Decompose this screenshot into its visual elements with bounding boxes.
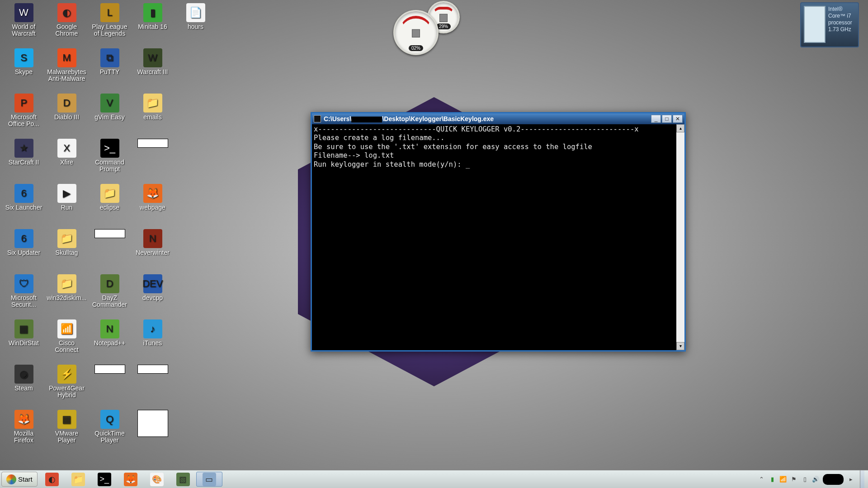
desktop-icon[interactable]: DDayZ Commander: [88, 273, 131, 319]
redacted-username: [351, 117, 382, 122]
icon-label: gVim Easy: [94, 114, 125, 121]
desktop-icon[interactable]: ◐Google Chrome: [45, 2, 88, 47]
desktop-icon[interactable]: 6Six Launcher: [2, 183, 45, 228]
desktop-icon[interactable]: ⧉PuTTY: [88, 47, 131, 93]
wifi-icon[interactable]: 📶: [779, 476, 787, 483]
desktop-icon[interactable]: 📁win32diskim...: [45, 273, 88, 319]
desktop-icon[interactable]: 📁emails: [131, 93, 174, 138]
desktop-icon[interactable]: DDiablo III: [45, 93, 88, 138]
desktop-icon[interactable]: 📄hours: [174, 2, 217, 47]
desktop-icon[interactable]: ▦WinDirStat: [2, 319, 45, 364]
minimize-button[interactable]: _: [651, 115, 661, 123]
scroll-track[interactable]: [676, 132, 684, 342]
app-icon: M: [57, 48, 76, 67]
desktop-icon[interactable]: MMalwarebytes Anti-Malware: [45, 47, 88, 93]
show-desktop-button[interactable]: [860, 470, 864, 488]
icon-label: PuTTY: [100, 69, 120, 75]
taskbar[interactable]: Start ◐📁>_🦊🎨▧▭ ⌃ ▮ 📶 ⚑ ▯ 🔊 ▸: [0, 470, 868, 488]
maximize-button[interactable]: □: [662, 115, 672, 123]
desktop-icon[interactable]: [88, 364, 131, 409]
icon-label: Six Launcher: [5, 204, 42, 211]
chrome-icon: ◐: [45, 473, 59, 486]
network-icon[interactable]: ▯: [801, 476, 808, 483]
taskbar-console-active-button[interactable]: ▭: [196, 472, 222, 487]
taskbar-cmd-button[interactable]: >_: [91, 472, 118, 487]
icon-label: Google Chrome: [47, 23, 87, 38]
perf-gauges-gadget[interactable]: 29% 02%: [393, 1, 463, 60]
desktop-icon[interactable]: 🦊Mozilla Firefox: [2, 409, 45, 454]
desktop-icon[interactable]: WWorld of Warcraft: [2, 2, 45, 47]
desktop-icon[interactable]: 🛡Microsoft Securit...: [2, 273, 45, 319]
desktop-icon[interactable]: 📶Cisco Connect: [45, 319, 88, 364]
taskbar-paint-button[interactable]: 🎨: [144, 472, 170, 487]
desktop-icon[interactable]: ♪iTunes: [131, 319, 174, 364]
desktop-icon[interactable]: NNotepad++: [88, 319, 131, 364]
app-icon: 📁: [143, 94, 162, 113]
icon-label: Neverwinter: [136, 249, 170, 256]
tray-expand-icon[interactable]: ⌃: [758, 476, 765, 483]
redacted-icon: [94, 229, 125, 238]
desktop[interactable]: WWorld of Warcraft◐Google ChromeLPlay Le…: [0, 0, 868, 470]
scroll-up-icon[interactable]: ▴: [676, 124, 684, 132]
taskbar-app-button[interactable]: ▧: [170, 472, 196, 487]
desktop-icon[interactable]: QQuickTime Player: [88, 409, 131, 454]
taskbar-explorer-button[interactable]: 📁: [65, 472, 91, 487]
desktop-icon[interactable]: >_Command Prompt: [88, 138, 131, 183]
volume-icon[interactable]: 🔊: [812, 476, 819, 483]
desktop-icon[interactable]: 📁Skulltag: [45, 228, 88, 273]
scroll-down-icon[interactable]: ▾: [676, 342, 684, 350]
app-icon: ▶: [57, 184, 76, 203]
desktop-icon[interactable]: 📁eclipse: [88, 183, 131, 228]
app-icon: 📶: [57, 319, 76, 338]
console-output[interactable]: x----------------------------QUICK KEYLO…: [312, 124, 676, 350]
desktop-icon[interactable]: ▶Run: [45, 183, 88, 228]
desktop-icon[interactable]: XXfire: [45, 138, 88, 183]
icon-label: Notepad++: [94, 340, 125, 347]
app-icon: L: [100, 3, 119, 22]
desktop-icon[interactable]: [88, 228, 131, 273]
app-icon: ▦: [57, 410, 76, 429]
desktop-icon[interactable]: [131, 409, 174, 454]
desktop-icon[interactable]: ▮Minitab 16: [131, 2, 174, 47]
app-icon: 6: [14, 229, 33, 248]
taskbar-chrome-button[interactable]: ◐: [39, 472, 65, 487]
console-window[interactable]: C:\Users\\Desktop\Keylogger\BasicKeylog.…: [311, 112, 686, 352]
desktop-icon[interactable]: ⚡Power4Gear Hybrid: [45, 364, 88, 409]
action-center-icon[interactable]: ⚑: [790, 476, 797, 483]
console-icon: [314, 115, 321, 122]
clock-redacted[interactable]: [823, 474, 844, 485]
desktop-icon[interactable]: ◉Steam: [2, 364, 45, 409]
cpu-reading: 02%: [409, 45, 423, 51]
start-label: Start: [18, 475, 33, 483]
intel-cpu-gadget[interactable]: Intel® Core™ i7 processor 1.73 GHz: [800, 2, 859, 47]
desktop-icon[interactable]: PMicrosoft Office Po...: [2, 93, 45, 138]
memory-reading: 29%: [436, 23, 451, 29]
start-button[interactable]: Start: [1, 472, 38, 487]
desktop-icon[interactable]: [131, 364, 174, 409]
console-scrollbar[interactable]: ▴ ▾: [676, 124, 684, 350]
icon-label: Cisco Connect: [47, 340, 87, 354]
console-titlebar[interactable]: C:\Users\\Desktop\Keylogger\BasicKeylog.…: [312, 113, 684, 124]
icon-label: Play League of Legends: [90, 23, 130, 38]
battery-full-icon[interactable]: ▮: [769, 476, 776, 483]
icon-label: Skulltag: [56, 249, 78, 256]
desktop-icon[interactable]: WWarcraft III: [131, 47, 174, 93]
desktop-icon[interactable]: VgVim Easy: [88, 93, 131, 138]
icon-label: win32diskim...: [47, 295, 87, 301]
icon-label: Xfire: [60, 159, 73, 166]
system-tray[interactable]: ⌃ ▮ 📶 ⚑ ▯ 🔊 ▸: [754, 470, 868, 488]
desktop-icon[interactable]: DEVdevcpp: [131, 273, 174, 319]
desktop-icon[interactable]: ★StarCraft II: [2, 138, 45, 183]
close-button[interactable]: ✕: [673, 115, 683, 123]
desktop-icon[interactable]: NNeverwinter: [131, 228, 174, 273]
desktop-icon[interactable]: ▦VMware Player: [45, 409, 88, 454]
desktop-icon[interactable]: 6Six Updater: [2, 228, 45, 273]
desktop-icon[interactable]: [131, 138, 174, 183]
windows-orb-icon: [6, 474, 16, 484]
taskbar-firefox-button[interactable]: 🦊: [118, 472, 144, 487]
desktop-icon[interactable]: 🦊webpage: [131, 183, 174, 228]
desktop-icon[interactable]: LPlay League of Legends: [88, 2, 131, 47]
desktop-icon[interactable]: SSkype: [2, 47, 45, 93]
tray-overflow-icon[interactable]: ▸: [847, 476, 854, 483]
app-icon: ◐: [57, 3, 76, 22]
